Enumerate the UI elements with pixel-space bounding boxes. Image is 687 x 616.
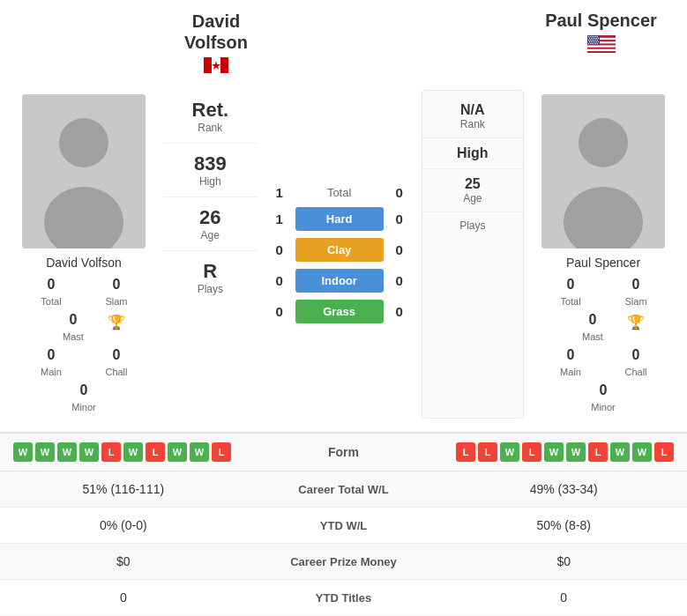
- svg-point-14: [594, 36, 595, 37]
- court-grass-right: 0: [391, 304, 408, 319]
- court-total-label: Total: [295, 186, 384, 199]
- right-form-6: W: [566, 442, 586, 462]
- stats-right-1: 50% (8-8): [453, 518, 674, 532]
- court-indoor-btn[interactable]: Indoor: [295, 269, 384, 293]
- right-age-stat: 25 Age: [422, 169, 523, 212]
- right-player-name: Paul Spencer: [566, 256, 640, 270]
- left-form-8: W: [168, 442, 187, 462]
- left-form-1: W: [13, 442, 33, 462]
- svg-rect-2: [220, 57, 228, 73]
- stats-label-3: YTD Titles: [234, 591, 454, 605]
- left-form-9: W: [190, 442, 209, 462]
- court-hard-btn[interactable]: Hard: [295, 207, 384, 231]
- svg-point-15: [596, 36, 597, 37]
- court-grass-left: 0: [271, 304, 288, 319]
- left-player-avatar: [22, 94, 146, 249]
- right-flag: [587, 35, 616, 56]
- svg-point-26: [594, 40, 595, 41]
- court-grass-row: 0 Grass 0: [271, 300, 408, 323]
- left-form-3: W: [57, 442, 77, 462]
- svg-point-25: [593, 40, 594, 41]
- right-form-7: L: [588, 442, 608, 462]
- stats-right-2: $0: [453, 554, 674, 568]
- court-indoor-left: 0: [271, 273, 288, 288]
- svg-point-10: [587, 36, 588, 37]
- main-container: DavidVolfson Paul Spencer: [0, 0, 687, 615]
- court-clay-right: 0: [391, 242, 408, 257]
- left-form-badges: W W W W L W L W W L: [13, 442, 231, 462]
- svg-point-23: [589, 40, 590, 41]
- right-rank-stat: N/A Rank: [422, 95, 523, 138]
- stats-label-0: Career Total W/L: [234, 483, 454, 496]
- left-total-stat: 0 Total: [20, 277, 82, 308]
- right-minor-stat: 0 Minor: [572, 382, 634, 414]
- court-grass-btn[interactable]: Grass: [295, 300, 384, 323]
- left-trophy-icon: 🏆: [108, 314, 125, 330]
- right-form-10: L: [654, 442, 674, 462]
- right-trophy-icon: 🏆: [627, 314, 645, 330]
- svg-point-37: [593, 43, 594, 44]
- svg-point-11: [589, 36, 590, 37]
- right-chall-stat: 0 Chall: [605, 347, 667, 379]
- left-minor-stat: 0 Minor: [53, 382, 115, 414]
- left-trophy-icon-stat: 🏆: [108, 312, 125, 344]
- court-right-total: 0: [391, 185, 408, 200]
- left-mast-stat: 0 Mast: [42, 312, 104, 344]
- right-slam-stat: 0 Slam: [605, 277, 667, 308]
- right-form-8: W: [610, 442, 630, 462]
- court-left-total: 1: [271, 185, 288, 200]
- left-flag: [204, 57, 228, 77]
- svg-point-22: [587, 40, 588, 41]
- svg-point-24: [591, 40, 592, 41]
- svg-rect-7: [587, 45, 616, 47]
- svg-point-13: [593, 36, 594, 37]
- right-plays-stat: Plays: [422, 212, 523, 239]
- court-hard-left: 1: [271, 212, 288, 226]
- left-form-10: L: [212, 442, 231, 462]
- svg-rect-8: [587, 49, 616, 51]
- svg-point-30: [592, 41, 593, 42]
- left-player-card: David Volfson 0 Total 0 Slam 0 Mast 🏆: [9, 90, 159, 419]
- left-high-stat: 839 High: [163, 144, 258, 197]
- right-form-1: L: [456, 442, 475, 462]
- stats-left-0: 51% (116-111): [13, 482, 234, 496]
- left-rank-stat: Ret. Rank: [163, 90, 258, 144]
- svg-point-35: [589, 43, 590, 44]
- svg-point-20: [595, 38, 596, 39]
- stats-row-2: $0 Career Prize Money $0: [0, 544, 687, 580]
- right-form-badges: L L W L W W L W W L: [456, 442, 674, 462]
- svg-point-16: [588, 38, 589, 39]
- svg-point-27: [596, 40, 597, 41]
- left-form-6: W: [123, 442, 143, 462]
- svg-point-21: [597, 38, 598, 39]
- court-hard-row: 1 Hard 0: [271, 207, 408, 231]
- svg-point-38: [594, 43, 595, 44]
- form-label: Form: [309, 445, 379, 459]
- left-player-stats: 0 Total 0 Slam 0 Mast 🏆 0 Main: [13, 277, 154, 414]
- left-form-5: L: [101, 442, 121, 462]
- svg-point-39: [596, 43, 597, 44]
- svg-point-19: [594, 38, 594, 39]
- left-age-stat: 26 Age: [163, 197, 258, 251]
- svg-point-28: [588, 41, 589, 42]
- stats-right-0: 49% (33-34): [453, 482, 674, 496]
- svg-point-32: [595, 41, 596, 42]
- left-plays-stat: R Plays: [163, 251, 258, 304]
- stats-table: 51% (116-111) Career Total W/L 49% (33-3…: [0, 471, 687, 615]
- stats-row-0: 51% (116-111) Career Total W/L 49% (33-3…: [0, 471, 687, 508]
- right-header-name: Paul Spencer: [545, 11, 657, 31]
- names-header-row: DavidVolfson Paul Spencer: [0, 0, 687, 77]
- svg-point-41: [59, 118, 108, 167]
- right-header-name-col: Paul Spencer: [524, 11, 678, 56]
- court-indoor-row: 0 Indoor 0: [271, 269, 408, 293]
- right-form-4: L: [522, 442, 541, 462]
- left-main-stat: 0 Main: [20, 347, 82, 379]
- stats-label-1: YTD W/L: [234, 519, 454, 532]
- right-trophy-icon-stat: 🏆: [627, 312, 645, 344]
- left-slam-stat: 0 Slam: [86, 277, 147, 308]
- court-hard-right: 0: [391, 212, 408, 226]
- right-player-card: Paul Spencer 0 Total 0 Slam 0 Mast 🏆: [528, 90, 678, 419]
- right-mast-stat: 0 Mast: [562, 312, 624, 344]
- court-clay-btn[interactable]: Clay: [295, 238, 384, 262]
- right-form-9: W: [632, 442, 652, 462]
